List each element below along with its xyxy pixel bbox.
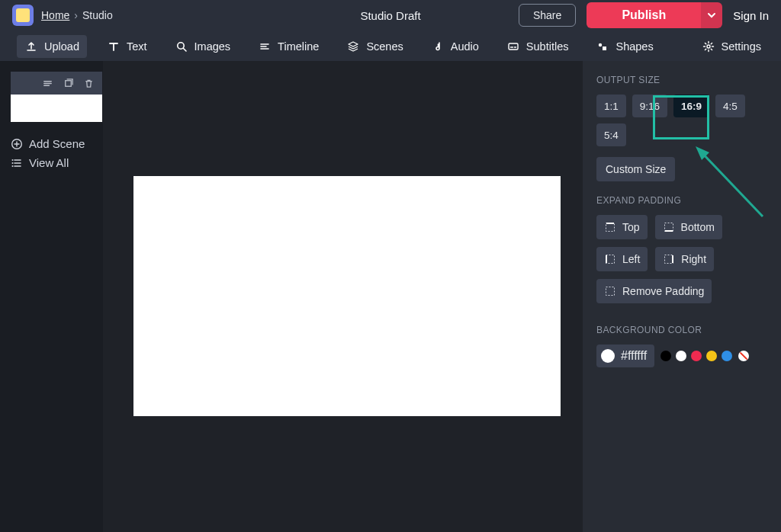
breadcrumb-current: Studio — [82, 9, 113, 21]
search-icon — [175, 40, 188, 53]
ratio-9-16-button[interactable]: 9:16 — [632, 95, 667, 117]
custom-size-button[interactable]: Custom Size — [596, 157, 675, 181]
pad-remove-icon — [604, 285, 616, 297]
app-logo-inner — [16, 8, 30, 22]
add-scene-button[interactable]: Add Scene — [11, 137, 103, 150]
svg-point-8 — [12, 162, 14, 164]
view-all-label: View All — [29, 156, 69, 169]
canvas[interactable] — [133, 176, 561, 416]
bg-swatch[interactable] — [706, 351, 717, 361]
page-title: Studio Draft — [360, 9, 420, 22]
remove-padding-button[interactable]: Remove Padding — [596, 279, 712, 303]
bg-swatch[interactable] — [676, 351, 686, 361]
ratio-4-5-button[interactable]: 4:5 — [715, 95, 745, 117]
output-size-label: OUTPUT SIZE — [596, 75, 769, 85]
publish-dropdown-button[interactable] — [701, 2, 722, 28]
tool-audio[interactable]: Audio — [423, 35, 487, 58]
scene-sidebar-links: Add Scene View All — [11, 137, 103, 169]
tool-scenes[interactable]: Scenes — [339, 35, 410, 58]
gear-icon — [702, 40, 715, 53]
tool-shapes[interactable]: Shapes — [588, 35, 660, 58]
main-area: Add Scene View All OUTPUT SIZE 1:19:1616… — [0, 61, 781, 532]
bg-color-chip[interactable]: #ffffff — [596, 345, 654, 367]
sign-in-link[interactable]: Sign In — [733, 9, 769, 22]
breadcrumb-separator: › — [74, 9, 78, 21]
scene-reorder-icon[interactable] — [42, 78, 53, 89]
svg-rect-14 — [606, 287, 615, 296]
tool-audio-label: Audio — [451, 40, 479, 53]
pad-left-label: Left — [622, 253, 640, 265]
pad-left-button[interactable]: Left — [596, 247, 648, 271]
share-button[interactable]: Share — [519, 4, 576, 27]
tool-text-label: Text — [127, 40, 147, 53]
timeline-icon — [258, 40, 272, 53]
upload-icon — [24, 40, 38, 53]
pad-top-icon — [604, 221, 616, 233]
app-header: Home › Studio Studio Draft Share Publish… — [0, 0, 781, 30]
app-logo — [12, 5, 34, 26]
tool-timeline[interactable]: Timeline — [250, 35, 326, 58]
layers-icon — [346, 40, 360, 53]
tool-images[interactable]: Images — [167, 35, 239, 58]
chevron-down-icon — [707, 11, 716, 20]
pad-top-button[interactable]: Top — [596, 215, 648, 239]
background-color-label: BACKGROUND COLOR — [596, 325, 769, 335]
tool-shapes-label: Shapes — [615, 40, 653, 53]
svg-rect-5 — [66, 80, 72, 86]
tool-settings-label: Settings — [722, 40, 761, 53]
bg-swatch-list — [660, 351, 732, 361]
padding-row-2: Left Right — [596, 247, 769, 271]
scene-delete-icon[interactable] — [83, 78, 95, 89]
svg-rect-11 — [664, 223, 673, 232]
bg-swatch[interactable] — [722, 351, 732, 361]
tool-scenes-label: Scenes — [366, 40, 403, 53]
pad-left-icon — [604, 253, 616, 265]
list-icon — [11, 157, 23, 169]
scene-duplicate-icon[interactable] — [63, 78, 74, 89]
padding-row-3: Remove Padding — [596, 279, 769, 303]
ratio-1-1-button[interactable]: 1:1 — [596, 95, 626, 117]
canvas-area[interactable] — [103, 61, 583, 532]
ratio-16-9-button[interactable]: 16:9 — [673, 95, 709, 117]
svg-point-7 — [12, 159, 14, 161]
main-toolbar: Upload Text Images Timeline Scenes Audio… — [0, 30, 781, 61]
subtitles-icon — [506, 40, 520, 53]
properties-panel: OUTPUT SIZE 1:19:1616:94:55:4 Custom Siz… — [583, 61, 781, 532]
tool-subtitles[interactable]: Subtitles — [499, 35, 577, 58]
aspect-ratio-row: 1:19:1616:94:55:4 — [596, 95, 769, 146]
scene-actions-bar — [11, 72, 102, 95]
tool-images-label: Images — [194, 40, 231, 53]
publish-button[interactable]: Publish — [587, 2, 701, 28]
header-actions: Share Publish Sign In — [519, 2, 769, 28]
pad-bottom-button[interactable]: Bottom — [655, 215, 722, 239]
plus-circle-icon — [11, 138, 23, 150]
remove-padding-label: Remove Padding — [622, 285, 704, 297]
bg-swatch[interactable] — [660, 351, 671, 361]
pad-right-label: Right — [681, 253, 706, 265]
svg-rect-10 — [606, 223, 615, 232]
view-all-button[interactable]: View All — [11, 156, 103, 169]
svg-rect-3 — [603, 46, 606, 50]
pad-right-icon — [663, 253, 675, 265]
tool-text[interactable]: Text — [99, 35, 155, 58]
pad-top-label: Top — [622, 221, 640, 233]
breadcrumb-home-link[interactable]: Home — [41, 9, 69, 21]
tool-settings[interactable]: Settings — [694, 35, 769, 58]
bg-swatch[interactable] — [691, 351, 702, 361]
ratio-5-4-button[interactable]: 5:4 — [596, 123, 626, 146]
tool-upload[interactable]: Upload — [17, 35, 87, 58]
svg-rect-12 — [606, 255, 615, 264]
svg-point-2 — [599, 43, 602, 46]
scene-thumbnail[interactable] — [11, 95, 102, 122]
publish-group: Publish — [587, 2, 722, 28]
pad-bottom-icon — [663, 221, 675, 233]
padding-row-1: Top Bottom — [596, 215, 769, 239]
breadcrumb: Home › Studio — [41, 9, 113, 21]
pad-bottom-label: Bottom — [681, 221, 715, 233]
svg-point-9 — [12, 165, 14, 167]
bg-swatch-none[interactable] — [738, 351, 749, 361]
expand-padding-label: EXPAND PADDING — [596, 195, 769, 206]
pad-right-button[interactable]: Right — [655, 247, 714, 271]
svg-point-4 — [707, 45, 710, 48]
bg-color-value: #ffffff — [621, 349, 647, 363]
